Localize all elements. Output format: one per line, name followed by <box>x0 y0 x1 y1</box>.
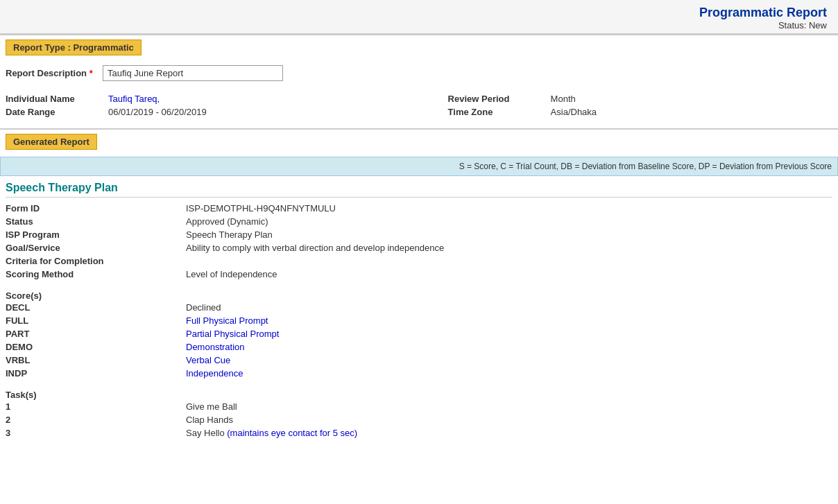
score-code: VRBL <box>6 355 186 365</box>
goal-value: Ability to comply with verbal direction … <box>186 243 444 253</box>
score-description: Demonstration <box>186 342 245 352</box>
tasks-header: Task(s) <box>6 390 832 400</box>
individual-name-value: Taufiq Tareq, <box>108 94 443 104</box>
task-description: Clap Hands <box>186 415 233 425</box>
score-row: FULLFull Physical Prompt <box>6 315 832 326</box>
page-header: Programmatic Report Status: New <box>0 0 838 34</box>
scores-header: Score(s) <box>6 290 832 301</box>
report-description-label: Report Description <box>6 68 103 78</box>
generated-report-label: Generated Report <box>6 134 97 150</box>
task-row: 1Give me Ball <box>6 401 832 412</box>
review-period-label: Review Period <box>448 94 545 104</box>
time-zone-label: Time Zone <box>448 107 545 117</box>
task-number: 2 <box>6 415 186 425</box>
status-value: New <box>809 20 827 31</box>
task-number: 1 <box>6 401 186 412</box>
individual-name-label: Individual Name <box>6 94 103 104</box>
score-row: INDPIndependence <box>6 368 832 379</box>
report-description-section: Report Description <box>0 62 838 91</box>
score-description: Declined <box>186 302 221 313</box>
scoring-value: Level of Independence <box>186 269 277 279</box>
generated-report-section: Generated Report <box>0 128 838 154</box>
meta-fields: Individual Name Taufiq Tareq, Review Per… <box>0 91 838 123</box>
score-code: DECL <box>6 302 186 313</box>
legend-bar: S = Score, C = Trial Count, DB = Deviati… <box>0 157 838 176</box>
score-row: DECLDeclined <box>6 302 832 313</box>
status-row: Status Approved (Dynamic) <box>6 216 832 227</box>
form-id-value: ISP-DEMOTPHL-H9Q4NFNYTMULU <box>186 203 336 214</box>
isp-program-row: ISP Program Speech Therapy Plan <box>6 229 832 240</box>
time-zone-value: Asia/Dhaka <box>551 107 832 117</box>
tasks-list: 1Give me Ball2Clap Hands3Say Hello (main… <box>6 401 832 438</box>
task-note: (maintains eye contact for 5 sec) <box>227 428 357 438</box>
date-range-value: 06/01/2019 - 06/20/2019 <box>108 107 443 117</box>
plan-status-label: Status <box>6 216 186 227</box>
task-description: Give me Ball <box>186 401 237 412</box>
status-label: Status: <box>778 20 806 31</box>
date-range-label: Date Range <box>6 107 103 117</box>
criteria-row: Criteria for Completion <box>6 256 832 266</box>
plan-title: Speech Therapy Plan <box>6 182 832 198</box>
legend-text: S = Score, C = Trial Count, DB = Deviati… <box>459 162 832 171</box>
score-row: PARTPartial Physical Prompt <box>6 329 832 339</box>
score-code: FULL <box>6 315 186 326</box>
goal-label: Goal/Service <box>6 243 186 253</box>
form-id-label: Form ID <box>6 203 186 214</box>
plan-section: Speech Therapy Plan Form ID ISP-DEMOTPHL… <box>0 179 838 444</box>
page-status: Status: New <box>11 20 827 31</box>
review-period-value: Month <box>551 94 832 104</box>
scoring-label: Scoring Method <box>6 269 186 279</box>
form-id-row: Form ID ISP-DEMOTPHL-H9Q4NFNYTMULU <box>6 203 832 214</box>
score-description: Partial Physical Prompt <box>186 329 279 339</box>
scores-list: DECLDeclinedFULLFull Physical PromptPART… <box>6 302 832 379</box>
page-title: Programmatic Report <box>11 6 827 20</box>
goal-row: Goal/Service Ability to comply with verb… <box>6 243 832 253</box>
task-description: Say Hello (maintains eye contact for 5 s… <box>186 428 357 438</box>
isp-program-label: ISP Program <box>6 229 186 240</box>
report-description-input[interactable] <box>103 65 283 81</box>
score-row: DEMODemonstration <box>6 342 832 352</box>
criteria-label: Criteria for Completion <box>6 256 186 266</box>
score-description: Independence <box>186 368 243 379</box>
report-type-label: Report Type : Programmatic <box>6 40 142 55</box>
report-type-section: Report Type : Programmatic <box>0 34 838 60</box>
score-row: VRBLVerbal Cue <box>6 355 832 365</box>
task-row: 2Clap Hands <box>6 415 832 425</box>
report-description-row: Report Description <box>6 65 832 81</box>
score-code: DEMO <box>6 342 186 352</box>
score-code: INDP <box>6 368 186 379</box>
score-description: Full Physical Prompt <box>186 315 268 326</box>
plan-status-value: Approved (Dynamic) <box>186 216 268 227</box>
task-number: 3 <box>6 428 186 438</box>
score-code: PART <box>6 329 186 339</box>
score-description: Verbal Cue <box>186 355 230 365</box>
isp-program-value: Speech Therapy Plan <box>186 229 273 240</box>
task-row: 3Say Hello (maintains eye contact for 5 … <box>6 428 832 438</box>
scoring-row: Scoring Method Level of Independence <box>6 269 832 279</box>
